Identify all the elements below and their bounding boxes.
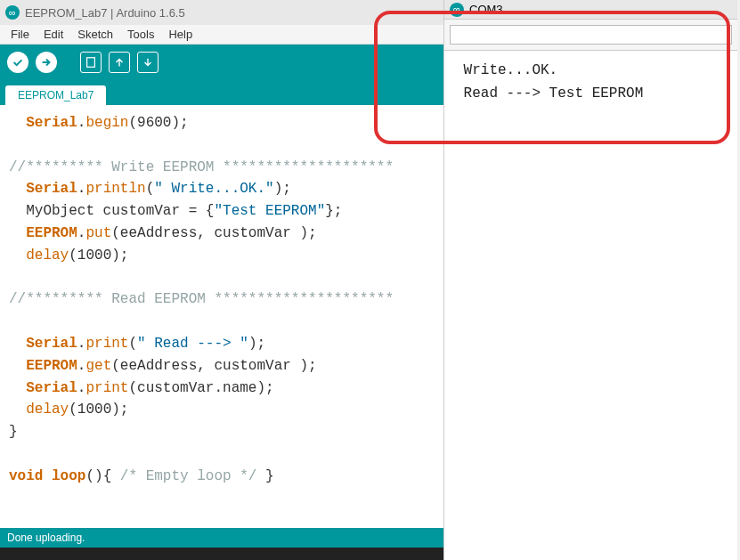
arduino-logo-icon xyxy=(5,5,20,20)
code-token: Serial xyxy=(26,115,77,131)
code-token: (1000); xyxy=(69,402,128,418)
menu-file[interactable]: File xyxy=(4,26,37,43)
tabbar: EEPROM_Lab7 xyxy=(0,80,443,105)
code-token: (customVar.name); xyxy=(128,380,273,396)
arrow-right-icon xyxy=(40,56,53,69)
arrow-down-icon xyxy=(142,56,154,69)
code-token: get xyxy=(85,358,111,374)
code-token: . xyxy=(77,225,86,241)
code-string: " Read ---> " xyxy=(137,336,248,352)
serial-send-input[interactable] xyxy=(450,25,732,45)
code-token: . xyxy=(77,358,86,374)
code-token: Serial xyxy=(26,336,77,352)
svg-rect-0 xyxy=(87,58,95,68)
code-token: ); xyxy=(248,336,265,352)
code-token: . xyxy=(77,336,86,352)
menu-help[interactable]: Help xyxy=(161,26,199,43)
save-sketch-button[interactable] xyxy=(137,52,159,73)
open-sketch-button[interactable] xyxy=(109,52,130,73)
serial-title: COM3 xyxy=(469,3,503,16)
code-comment: //********* Read EEPROM ****************… xyxy=(9,291,394,307)
code-token: Serial xyxy=(26,181,77,197)
code-token: ); xyxy=(274,181,291,197)
serial-line: Write...OK. xyxy=(455,62,557,78)
code-token xyxy=(43,468,52,484)
serial-input-row xyxy=(444,20,737,51)
code-token: . xyxy=(77,115,86,131)
code-token: MyObject customVar = { xyxy=(9,203,214,219)
code-token: begin xyxy=(85,115,128,131)
code-token: void xyxy=(9,468,43,484)
code-token: }; xyxy=(325,203,342,219)
arrow-up-icon xyxy=(113,56,126,69)
serial-line: Read ---> Test EEPROM xyxy=(455,85,643,101)
arduino-logo-icon xyxy=(450,3,464,17)
code-token: (eeAddress, customVar ); xyxy=(111,358,316,374)
code-token: EEPROM xyxy=(26,225,77,241)
serial-titlebar: COM3 xyxy=(444,0,737,20)
code-editor[interactable]: Serial.begin(9600); //********* Write EE… xyxy=(0,105,443,528)
status-text: Done uploading. xyxy=(7,532,85,544)
code-comment: //********* Write EEPROM ***************… xyxy=(9,159,394,175)
code-comment: /* Empty loop */ xyxy=(120,468,257,484)
serial-monitor-window: COM3 Write...OK. Read ---> Test EEPROM xyxy=(443,0,737,560)
code-token: ( xyxy=(146,181,155,197)
serial-output: Write...OK. Read ---> Test EEPROM xyxy=(444,51,737,114)
code-token: put xyxy=(85,225,111,241)
window-titlebar: EEPROM_Lab7 | Arduino 1.6.5 xyxy=(0,0,443,25)
code-string: "Test EEPROM" xyxy=(214,203,325,219)
code-string: " Write...OK." xyxy=(154,181,273,197)
code-token: . xyxy=(77,380,86,396)
verify-button[interactable] xyxy=(5,50,30,75)
upload-button[interactable] xyxy=(34,50,59,75)
tab-sketch[interactable]: EEPROM_Lab7 xyxy=(5,85,106,105)
code-token: println xyxy=(85,181,145,197)
code-token: . xyxy=(77,181,86,197)
code-token: delay xyxy=(26,248,69,264)
code-token: EEPROM xyxy=(26,358,77,374)
code-token: loop xyxy=(52,468,85,484)
code-token: } xyxy=(9,424,18,440)
file-icon xyxy=(85,56,97,69)
code-token: (eeAddress, customVar ); xyxy=(111,225,316,241)
code-token: Serial xyxy=(26,380,77,396)
menu-tools[interactable]: Tools xyxy=(120,26,161,43)
code-token: delay xyxy=(26,402,69,418)
check-icon xyxy=(12,56,24,69)
window-title: EEPROM_Lab7 | Arduino 1.6.5 xyxy=(25,6,185,20)
arduino-ide-window: EEPROM_Lab7 | Arduino 1.6.5 File Edit Sk… xyxy=(0,0,443,560)
toolbar xyxy=(0,45,443,80)
code-token: (){ xyxy=(85,468,119,484)
statusbar: Done uploading. xyxy=(0,528,443,548)
console-output xyxy=(0,548,443,560)
code-token: (1000); xyxy=(69,248,128,264)
new-sketch-button[interactable] xyxy=(80,52,102,73)
code-token: ( xyxy=(128,336,137,352)
menu-edit[interactable]: Edit xyxy=(37,26,70,43)
menu-sketch[interactable]: Sketch xyxy=(70,26,120,43)
code-token: print xyxy=(85,336,128,352)
code-token: print xyxy=(85,380,128,396)
menubar: File Edit Sketch Tools Help xyxy=(0,25,443,45)
code-token: (9600); xyxy=(128,115,188,131)
code-token: } xyxy=(256,468,273,484)
